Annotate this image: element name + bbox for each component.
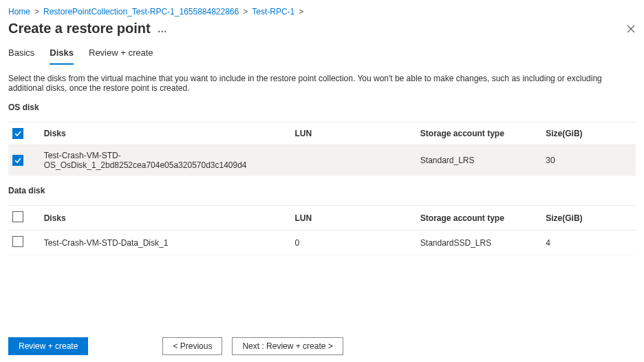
data-disk-table: Disks LUN Storage account type Size(GiB)… (8, 205, 636, 255)
footer: Review + create < Previous Next : Review… (8, 330, 636, 355)
tab-disks[interactable]: Disks (50, 45, 74, 65)
row-checkbox[interactable] (12, 236, 23, 247)
section-data-disk: Data disk (8, 186, 636, 195)
tabs: Basics Disks Review + create (8, 45, 636, 65)
page-title-label: Create a restore point (8, 21, 151, 36)
disk-lun: 0 (290, 231, 416, 255)
col-size: Size(GiB) (541, 206, 636, 231)
previous-button[interactable]: < Previous (162, 337, 222, 355)
disk-name: Test-Crash-VM-STD-Data_Disk_1 (40, 231, 291, 255)
breadcrumb-sep: > (34, 7, 39, 17)
more-icon[interactable]: … (158, 23, 167, 34)
breadcrumb-home[interactable]: Home (8, 7, 30, 17)
col-size: Size(GiB) (541, 123, 636, 145)
description-text: Select the disks from the virtual machin… (8, 74, 636, 93)
breadcrumb-collection[interactable]: RestorePointCollection_Test-RPC-1_165588… (43, 7, 239, 17)
col-disks: Disks (40, 206, 291, 231)
table-row[interactable]: Test-Crash-VM-STD-OS_OsDisk_1_2bd8252cea… (8, 145, 636, 176)
col-disks: Disks (40, 123, 291, 145)
col-lun: LUN (290, 206, 416, 231)
col-sat: Storage account type (416, 123, 541, 145)
tab-review[interactable]: Review + create (89, 45, 153, 65)
disk-sat: Standard_LRS (416, 145, 541, 176)
tab-basics[interactable]: Basics (8, 45, 34, 65)
page-title: Create a restore point … (8, 21, 167, 36)
breadcrumb-sep: > (299, 7, 303, 17)
row-checkbox[interactable] (12, 155, 23, 166)
table-row[interactable]: Test-Crash-VM-STD-Data_Disk_1 0 Standard… (8, 231, 636, 255)
col-lun: LUN (290, 123, 416, 145)
next-button[interactable]: Next : Review + create > (232, 337, 343, 355)
close-icon[interactable] (626, 24, 636, 34)
disk-lun (290, 145, 416, 176)
col-sat: Storage account type (416, 206, 541, 231)
os-disk-table: Disks LUN Storage account type Size(GiB)… (8, 122, 636, 176)
disk-name: Test-Crash-VM-STD-OS_OsDisk_1_2bd8252cea… (40, 145, 291, 176)
disk-size: 4 (541, 231, 636, 255)
section-os-disk: OS disk (8, 103, 636, 112)
data-select-all-checkbox[interactable] (12, 211, 23, 222)
breadcrumb-item[interactable]: Test-RPC-1 (252, 7, 294, 17)
breadcrumb-sep: > (243, 7, 248, 17)
disk-sat: StandardSSD_LRS (416, 231, 541, 255)
os-select-all-checkbox[interactable] (12, 128, 23, 139)
title-row: Create a restore point … (8, 21, 636, 36)
disk-size: 30 (541, 145, 636, 176)
review-create-button[interactable]: Review + create (8, 337, 88, 355)
breadcrumb: Home > RestorePointCollection_Test-RPC-1… (8, 7, 636, 17)
